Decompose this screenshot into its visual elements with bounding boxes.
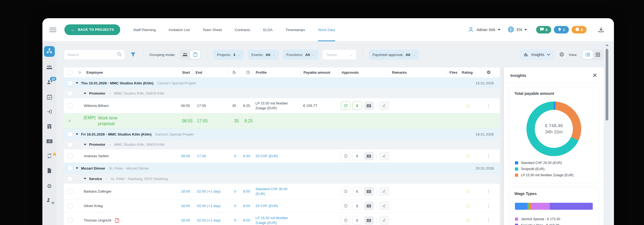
signature-button[interactable] <box>379 152 389 160</box>
close-icon[interactable]: ✕ <box>592 73 597 78</box>
row-menu-icon[interactable]: ⋮ <box>478 189 500 194</box>
row-checkbox[interactable] <box>67 81 72 86</box>
vertical-scrollbar[interactable] <box>605 44 609 225</box>
table-settings-icon[interactable]: ⚙ <box>559 52 564 58</box>
approve-payment-button[interactable]: € <box>352 202 362 210</box>
time-badge[interactable]: 6 <box>572 26 587 33</box>
row-checkbox[interactable] <box>67 142 72 147</box>
sidebar-item-login[interactable] <box>44 109 55 116</box>
scrollbar-thumb[interactable] <box>606 49 608 121</box>
collapse-caret-icon[interactable] <box>76 133 78 135</box>
end-time[interactable]: 02:00 (+1 day) <box>193 204 228 208</box>
work-time-proposal-row[interactable]: ✓ [EMP] Work time proposal 08:55 17:55 3… <box>64 113 500 129</box>
collapse-caret-icon[interactable] <box>84 144 86 145</box>
row-checkbox[interactable] <box>67 218 72 223</box>
row-menu-icon[interactable]: ⋮ <box>478 103 500 108</box>
search-input[interactable] <box>67 53 117 57</box>
messages-badge[interactable]: 0 <box>536 26 551 33</box>
rating-star-icon[interactable]: ☆ <box>459 203 478 209</box>
row-checkbox[interactable] <box>67 176 72 181</box>
row-checkbox[interactable] <box>67 203 72 208</box>
employee-name[interactable]: Oliver Krieg <box>84 204 103 208</box>
row-checkbox[interactable] <box>67 91 72 96</box>
row-menu-icon[interactable]: ⋮ <box>478 218 500 223</box>
paysheet-icon[interactable] <box>364 152 374 160</box>
download-icon[interactable] <box>598 27 604 33</box>
tab-invitation-list[interactable]: Invitation List <box>169 18 190 41</box>
tab-timestamps[interactable]: Timestamps <box>286 18 305 41</box>
date-group-row[interactable]: Thu 15.01.2026 - MMC Studios Köln (Köln)… <box>64 78 500 88</box>
tab-elda[interactable]: ELDA <box>263 18 273 41</box>
sidebar-item-planning[interactable] <box>44 46 55 57</box>
tab-work-data[interactable]: Work Data <box>318 18 335 41</box>
rating-star-icon[interactable]: ☆ <box>459 217 478 224</box>
end-time[interactable]: 02:00 (+1 day) <box>193 218 228 222</box>
language-menu[interactable]: EN <box>507 26 527 34</box>
row-checkbox[interactable] <box>67 153 72 159</box>
list-view-button[interactable] <box>583 50 593 59</box>
tab-team-sheet[interactable]: Team Sheet <box>203 18 222 41</box>
row-checkbox[interactable] <box>67 189 72 194</box>
filter-icon[interactable] <box>129 52 137 57</box>
sidebar-item-documents[interactable] <box>44 168 55 175</box>
collapse-caret-icon[interactable] <box>84 178 86 179</box>
approve-time-button[interactable] <box>341 102 350 110</box>
missing-document-icon[interactable] <box>115 218 119 223</box>
collapse-caret-icon[interactable] <box>76 167 78 169</box>
notifications-badge[interactable]: 1 <box>554 26 569 33</box>
rating-star-icon[interactable]: ☆ <box>459 188 478 195</box>
approve-time-button[interactable] <box>341 216 350 224</box>
start-time[interactable]: 18:00 <box>177 218 193 222</box>
rating-star-icon[interactable]: ☆ <box>459 103 478 109</box>
function-group-row[interactable]: Promotor - MMC Studios Köln, 50829 Köln <box>64 140 500 149</box>
end-time[interactable]: 17:55 <box>193 104 228 108</box>
sidebar-item-user-settings[interactable]: ⚙ <box>44 197 55 204</box>
approve-payment-button[interactable]: € <box>352 102 362 110</box>
collapse-caret-icon[interactable] <box>76 82 78 84</box>
employee-name[interactable]: Thomas Ungricht <box>84 218 111 222</box>
signature-button[interactable] <box>379 202 389 210</box>
rating-star-icon[interactable]: ☆ <box>459 153 478 159</box>
column-settings-icon[interactable]: ⚙ <box>478 69 500 76</box>
insights-button[interactable]: Insights <box>520 49 555 60</box>
select-all-checkbox[interactable] <box>67 70 72 75</box>
approve-payment-button[interactable]: € <box>352 152 362 160</box>
row-menu-icon[interactable]: ⋮ <box>478 203 500 209</box>
events-filter[interactable]: Events:All⌄ <box>248 50 279 60</box>
row-checkbox[interactable] <box>67 166 72 171</box>
paysheet-icon[interactable] <box>364 187 374 196</box>
paysheet-icon[interactable] <box>364 102 374 110</box>
menu-icon[interactable] <box>49 28 56 32</box>
sidebar-item-team[interactable] <box>44 65 55 72</box>
paysheet-icon[interactable] <box>364 216 374 224</box>
date-group-row[interactable]: Mozart Dinner St. Peter - Mozart Dinner … <box>64 163 500 174</box>
signature-button[interactable] <box>379 187 389 196</box>
projects-filter[interactable]: Projects:3⌄ <box>213 50 244 60</box>
employee-name[interactable]: Wiktoria Bilharz <box>84 104 109 108</box>
employee-name[interactable]: Andreas Seifert <box>84 154 109 158</box>
tab-contracts[interactable]: Contracts <box>235 18 250 41</box>
grid-view-button[interactable] <box>593 50 603 59</box>
signature-button[interactable] <box>379 102 389 110</box>
approve-time-button[interactable] <box>341 187 350 196</box>
sidebar-item-payroll[interactable] <box>44 138 55 145</box>
teams-filter[interactable]: Teams⌄ <box>322 50 357 60</box>
date-group-row[interactable]: Fri 16.01.2026 - MMC Studios Köln (Köln)… <box>64 129 500 140</box>
group-by-project-button[interactable] <box>190 50 200 59</box>
start-time[interactable]: 08:55 <box>177 104 193 108</box>
function-group-row[interactable]: Service - St. Peter - Salzburg, 5020 Sal… <box>64 174 500 184</box>
approve-payment-button[interactable]: € <box>352 187 362 196</box>
end-time[interactable]: 17:30 <box>193 154 228 158</box>
signature-button[interactable] <box>379 216 389 224</box>
sidebar-item-calendar[interactable] <box>44 94 55 101</box>
sidebar-item-sync[interactable] <box>44 153 55 160</box>
row-menu-icon[interactable]: ⋮ <box>478 153 500 159</box>
approve-time-button[interactable] <box>341 152 350 160</box>
paysheet-icon[interactable] <box>364 202 374 210</box>
back-to-projects-button[interactable]: ← BACK TO PROJECTS <box>64 24 120 35</box>
approve-payment-button[interactable]: € <box>352 216 362 224</box>
collapse-all-icon[interactable] <box>76 69 84 76</box>
function-group-row[interactable]: Promotor - MMC Studios Köln, 50829 Köln <box>64 88 500 98</box>
start-time[interactable]: 18:00 <box>177 204 193 208</box>
row-checkbox[interactable] <box>67 132 72 137</box>
